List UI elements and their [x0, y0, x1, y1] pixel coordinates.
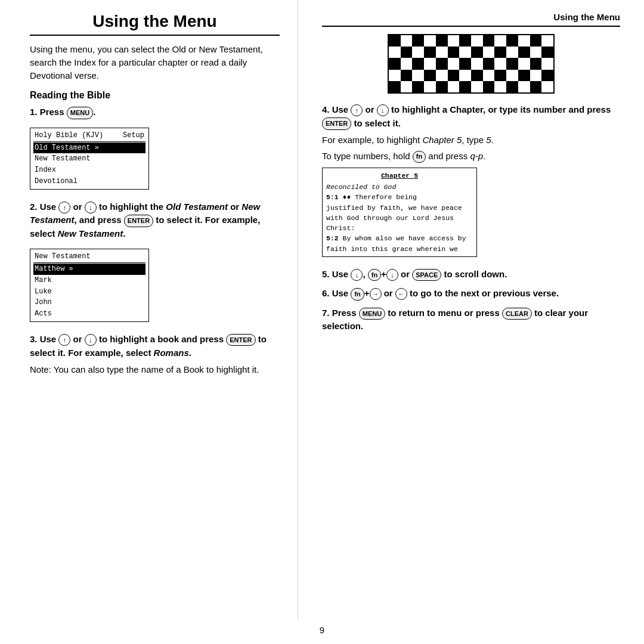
checker-cell: [483, 58, 495, 69]
checker-cell: [412, 58, 424, 69]
step-5: 5. Use ↓, fn+↓ or SPACE to scroll down.: [322, 268, 620, 281]
menu-key-2: MENU: [359, 308, 385, 320]
step-1-num: 1.: [30, 107, 40, 117]
fn-key-2: fn: [368, 269, 381, 281]
checker-cell: [530, 70, 542, 81]
checker-cell: [518, 35, 530, 47]
space-key: SPACE: [412, 269, 441, 281]
menu2-matthew: Matthew »: [33, 264, 145, 275]
chapter-line-4: with God through our Lord Jesus: [326, 213, 473, 223]
checker-cell: [412, 47, 424, 58]
up-arrow-3-icon: ↑: [351, 104, 363, 116]
chapter-box: Chapter 5 Reconciled to God 5:1 ♦♦ There…: [322, 168, 477, 257]
checker-cell: [459, 70, 471, 81]
checker-cell: [401, 70, 413, 81]
step-4-sub2: To type numbers, hold fn and press q-p.: [322, 150, 620, 163]
checker-cell: [412, 81, 424, 92]
menu-row-old-testament: Old Testament »: [33, 143, 145, 154]
checker-cell: [494, 58, 506, 69]
right-header: Using the Menu: [322, 12, 620, 22]
checker-cell: [494, 70, 506, 81]
step-6-heading: 6. Use fn+→ or ← to go to the next or pr…: [322, 287, 620, 301]
checker-cell: [436, 35, 448, 47]
checker-cell: [401, 35, 413, 47]
step-3: 3. Use ↑ or ↓ to highlight a book and pr…: [30, 333, 280, 376]
section-heading: Reading the Bible: [30, 90, 280, 101]
menu-header-left: Holy Bible (KJV): [35, 131, 103, 141]
down-arrow-icon: ↓: [85, 202, 97, 213]
left-header: Using the Menu: [30, 12, 280, 31]
step-2-heading: 2. Use ↑ or ↓ to highlight the Old Testa…: [30, 200, 280, 241]
fn-key: fn: [413, 151, 426, 163]
step-7-heading: 7. Press MENU to return to menu or press…: [322, 306, 620, 333]
checker-cell: [436, 47, 448, 58]
checker-cell: [389, 35, 401, 47]
down-arrow-5-icon: ↓: [386, 269, 398, 281]
right-divider: [322, 26, 620, 27]
checker-cell: [448, 47, 460, 58]
step-7: 7. Press MENU to return to menu or press…: [322, 306, 620, 333]
right-arrow-icon: →: [370, 288, 382, 300]
checker-cell: [424, 47, 436, 58]
left-divider: [30, 35, 280, 36]
menu2-acts: Acts: [33, 308, 145, 320]
right-column: Using the Menu 4. Use ↑ or ↓ to highligh…: [298, 0, 644, 619]
checker-cell: [424, 35, 436, 47]
step-3-note: Note: You can also type the name of a Bo…: [30, 363, 280, 376]
checkerboard-image: [388, 34, 555, 94]
menu-row-index: Index: [33, 165, 145, 176]
checker-cell: [541, 35, 553, 47]
checker-cell: [389, 58, 401, 69]
menu-header-right: Setup: [123, 131, 144, 141]
step-1-label: Press: [40, 107, 67, 117]
down-arrow-2-icon: ↓: [85, 334, 97, 346]
menu2-luke: Luke: [33, 286, 145, 298]
down-arrow-4-icon: ↓: [351, 269, 363, 281]
step-4-heading: 4. Use ↑ or ↓ to highlight a Chapter, or…: [322, 103, 620, 130]
checker-cell: [530, 47, 542, 58]
chapter-line-5: Christ:: [326, 223, 473, 233]
checker-cell: [518, 47, 530, 58]
checker-cell: [459, 81, 471, 92]
checker-cell: [424, 70, 436, 81]
page-container: Using the Menu Using the menu, you can s…: [0, 0, 644, 644]
menu-row-new-testament: New Testament: [33, 153, 145, 165]
checker-cell: [412, 70, 424, 81]
checker-cell: [530, 58, 542, 69]
checker-cell: [506, 35, 518, 47]
checker-cell: [401, 47, 413, 58]
checker-cell: [401, 81, 413, 92]
checker-cell: [471, 81, 483, 92]
checker-cell: [483, 81, 495, 92]
chapter-line-3: justified by faith, we have peace: [326, 203, 473, 213]
menu2-john: John: [33, 297, 145, 308]
columns: Using the Menu Using the menu, you can s…: [0, 0, 644, 619]
page-number: 9: [0, 619, 644, 644]
enter-key: ENTER: [124, 215, 153, 227]
menu-box-2: New Testament Matthew » Mark Luke John A…: [30, 249, 149, 322]
checker-cell: [412, 35, 424, 47]
step-1-heading: 1. Press MENU.: [30, 106, 280, 119]
checker-cell: [389, 81, 401, 92]
menu-row-devotional: Devotional: [33, 176, 145, 187]
checker-cell: [389, 70, 401, 81]
step-5-heading: 5. Use ↓, fn+↓ or SPACE to scroll down.: [322, 268, 620, 281]
checker-cell: [436, 70, 448, 81]
step-4-sub1: For example, to highlight Chapter 5, typ…: [322, 134, 620, 147]
checker-cell: [459, 58, 471, 69]
checker-cell: [494, 35, 506, 47]
checker-cell: [471, 35, 483, 47]
chapter-title: Chapter 5: [326, 171, 473, 181]
checker-cell: [448, 35, 460, 47]
checker-cell: [459, 47, 471, 58]
menu-box-1: Holy Bible (KJV) Setup Old Testament » N…: [30, 128, 149, 190]
checker-cell: [401, 58, 413, 69]
checker-cell: [541, 70, 553, 81]
checker-cell: [448, 81, 460, 92]
step-1: 1. Press MENU. Holy Bible (KJV) Setup Ol…: [30, 106, 280, 194]
step-6: 6. Use fn+→ or ← to go to the next or pr…: [322, 287, 620, 301]
checker-cell: [518, 70, 530, 81]
clear-key: CLEAR: [502, 308, 532, 320]
checker-cell: [506, 81, 518, 92]
checker-cell: [389, 47, 401, 58]
